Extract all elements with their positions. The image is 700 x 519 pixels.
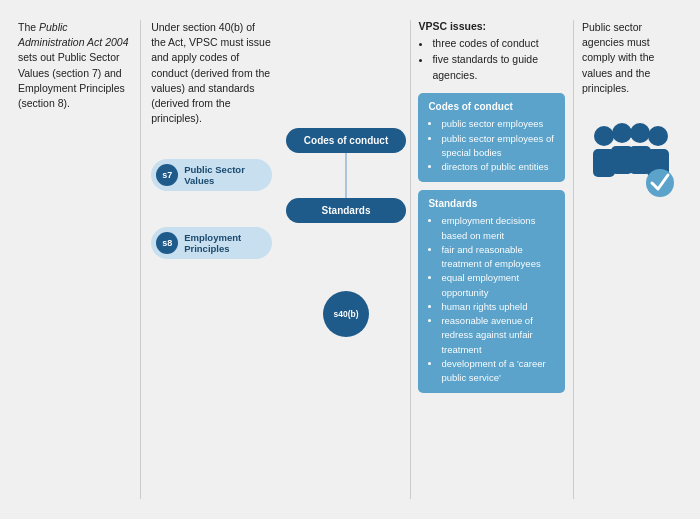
arrows-pills: Codes of conduct s40(b) Standards (282, 128, 409, 499)
conduct-box: Codes of conduct public sector employees… (418, 93, 565, 182)
standards-box: Standards employment decisions based on … (418, 190, 565, 393)
conduct-pill: Codes of conduct (286, 128, 406, 153)
s8-label: Employment Principles (184, 232, 262, 254)
s40b-bubble: s40(b) (323, 291, 369, 337)
conduct-box-list: public sector employees public sector em… (428, 117, 555, 174)
standards-box-list: employment decisions based on merit fair… (428, 214, 555, 385)
people-icon (582, 111, 682, 201)
svg-point-8 (646, 169, 674, 197)
standards-item-4: human rights upheld (441, 300, 555, 314)
vpsc-intro: VPSC issues: (418, 20, 565, 32)
conduct-item-2: public sector employees of special bodie… (441, 132, 555, 161)
conduct-item-1: public sector employees (441, 117, 555, 131)
s7-badge: s7 (156, 164, 178, 186)
standards-item-1: employment decisions based on merit (441, 214, 555, 243)
section-badges: s7 Public Sector Values s8 Employment Pr… (151, 159, 272, 259)
col4-text: Public sector agencies must comply with … (582, 20, 682, 96)
s7-item: s7 Public Sector Values (151, 159, 272, 191)
svg-point-6 (648, 126, 668, 146)
s7-label: Public Sector Values (184, 164, 262, 186)
standards-box-title: Standards (428, 198, 555, 209)
standards-item-2: fair and reasonable treatment of employe… (441, 243, 555, 272)
col1-intro: The Public Administration Act 2004 sets … (10, 10, 140, 509)
col2-text: Under section 40(b) of the Act, VPSC mus… (151, 20, 272, 127)
s8-item: s8 Employment Principles (151, 227, 272, 259)
diagram-container: The Public Administration Act 2004 sets … (10, 10, 690, 509)
vpsc-bullet-1: three codes of conduct (432, 36, 565, 52)
standards-item-5: reasonable avenue of redress against unf… (441, 314, 555, 357)
vpsc-bullet-2: five standards to guide agencies. (432, 52, 565, 84)
conduct-item-3: directors of public entities (441, 160, 555, 174)
conduct-box-title: Codes of conduct (428, 101, 555, 112)
vpsc-bullets: three codes of conduct five standards to… (418, 36, 565, 83)
col2b-diagram: Codes of conduct s40(b) Standards (282, 10, 409, 509)
col3-area: VPSC issues: three codes of conduct five… (410, 10, 573, 509)
standards-pill: Standards (286, 198, 406, 223)
standards-item-3: equal employment opportunity (441, 271, 555, 300)
col4-area: Public sector agencies must comply with … (574, 10, 690, 509)
svg-point-0 (594, 126, 614, 146)
svg-point-2 (612, 123, 632, 143)
col2-area: Under section 40(b) of the Act, VPSC mus… (141, 10, 282, 509)
vertical-connector (345, 153, 347, 198)
col2-diagram: s7 Public Sector Values s8 Employment Pr… (151, 149, 272, 499)
s8-badge: s8 (156, 232, 178, 254)
standards-item-6: development of a 'career public service' (441, 357, 555, 386)
svg-point-4 (630, 123, 650, 143)
